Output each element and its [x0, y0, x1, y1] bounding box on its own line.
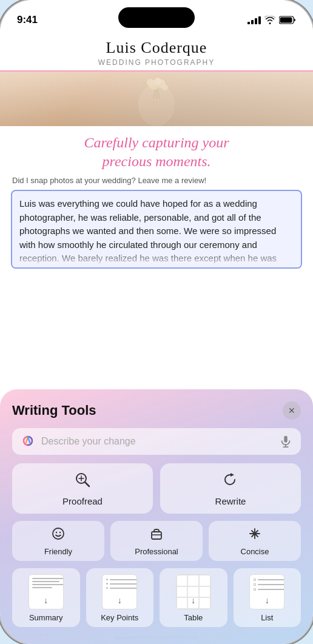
svg-line-17 [85, 482, 89, 486]
svg-point-22 [59, 532, 61, 533]
svg-point-4 [149, 80, 158, 90]
close-button[interactable]: ✕ [283, 401, 301, 420]
table-arrow-icon: ↓ [191, 595, 195, 605]
svg-point-3 [138, 84, 175, 126]
panel-header: Writing Tools ✕ [12, 401, 301, 420]
summary-arrow-icon: ↓ [44, 595, 48, 605]
site-header: Luis Coderque Wedding Photography [0, 33, 313, 72]
friendly-button[interactable]: Friendly [12, 521, 104, 561]
status-icons [247, 16, 296, 24]
site-title: Luis Coderque [0, 39, 313, 57]
close-icon: ✕ [288, 406, 295, 415]
writing-tools-panel: Writing Tools ✕ Describe your change [0, 389, 313, 644]
svg-line-10 [153, 90, 155, 98]
svg-point-29 [253, 532, 257, 535]
proofread-button[interactable]: Proofread [12, 463, 153, 514]
summary-label: Summary [29, 613, 63, 622]
svg-rect-1 [280, 18, 292, 23]
key-points-card-preview: ↓ [102, 574, 137, 609]
site-subtitle: Wedding Photography [0, 58, 313, 67]
key-points-arrow-icon: ↓ [118, 595, 122, 605]
professional-icon [150, 527, 163, 543]
proofread-icon [75, 472, 90, 491]
review-text-box[interactable]: Luis was everything we could have hoped … [11, 190, 302, 269]
svg-rect-23 [152, 532, 161, 539]
concise-label: Concise [241, 547, 269, 556]
key-points-button[interactable]: ↓ Key Points [86, 568, 154, 627]
table-card-preview: ↓ [176, 574, 211, 609]
svg-point-21 [56, 532, 57, 533]
proofread-label: Proofread [62, 496, 103, 506]
signal-bars-icon [247, 16, 261, 24]
website-content: Luis Coderque Wedding Photography [0, 33, 313, 269]
friendly-label: Friendly [44, 547, 72, 556]
professional-label: Professional [135, 547, 178, 556]
table-button[interactable]: ↓ Table [160, 568, 227, 627]
tagline: Carefully capturing yourprecious moments… [0, 126, 313, 176]
review-text: Luis was everything we could have hoped … [19, 198, 277, 269]
summary-card-preview: ↓ [29, 574, 64, 609]
concise-button[interactable]: Concise [209, 521, 301, 561]
search-placeholder: Describe your change [41, 436, 273, 447]
svg-point-8 [162, 84, 168, 90]
panel-title: Writing Tools [12, 403, 96, 418]
dynamic-island [118, 7, 195, 28]
list-label: List [261, 613, 273, 622]
svg-line-11 [158, 90, 160, 98]
hero-illustration [120, 72, 193, 126]
key-points-label: Key Points [101, 613, 138, 622]
svg-point-20 [53, 528, 64, 539]
svg-point-5 [157, 79, 166, 88]
list-arrow-icon: ↓ [265, 595, 269, 605]
rewrite-icon [223, 472, 238, 491]
svg-rect-13 [284, 436, 288, 443]
hero-image [0, 72, 313, 126]
rewrite-label: Rewrite [215, 496, 246, 506]
tools-row-small: ↓ Summary [12, 568, 301, 627]
friendly-icon [52, 527, 65, 543]
tools-row-large: Proofread Rewrite [12, 463, 301, 514]
wifi-icon [264, 16, 275, 24]
concise-icon [248, 527, 261, 543]
svg-point-7 [147, 79, 154, 86]
microphone-icon[interactable] [279, 435, 292, 448]
status-time: 9:41 [17, 14, 38, 26]
professional-button[interactable]: Professional [110, 521, 203, 561]
rewrite-button[interactable]: Rewrite [160, 463, 301, 514]
tools-row-medium: Friendly Professional [12, 521, 301, 561]
apple-intelligence-icon [21, 434, 35, 449]
svg-point-6 [154, 78, 161, 85]
review-prompt: Did I snap photos at your wedding? Leave… [0, 176, 313, 190]
search-bar[interactable]: Describe your change [12, 428, 301, 455]
list-card-preview: ↓ [249, 574, 284, 609]
battery-icon [279, 16, 296, 24]
list-button[interactable]: ↓ List [234, 568, 301, 627]
summary-button[interactable]: ↓ Summary [12, 568, 80, 627]
svg-point-2 [144, 75, 169, 105]
phone-frame: 9:41 [0, 0, 313, 644]
table-label: Table [184, 613, 203, 622]
